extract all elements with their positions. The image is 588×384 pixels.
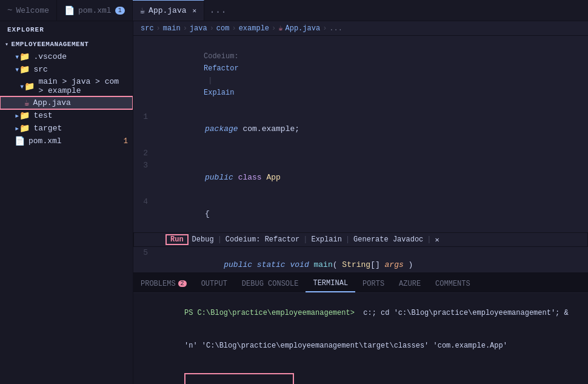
tab-debug-console[interactable]: DEBUG CONSOLE bbox=[235, 275, 306, 292]
tab-bar: ~ Welcome 📄 pom.xml 1 ☕ App.java ✕ ... bbox=[0, 0, 588, 21]
terminal-prompt-1: PS C:\Blog\practice\employeemanagement> bbox=[184, 309, 359, 317]
sidebar-item-main-java-label: main > java > com > example bbox=[38, 77, 128, 95]
tab-welcome-label: Welcome bbox=[16, 6, 49, 15]
breadcrumb-java: java bbox=[190, 24, 207, 33]
breadcrumb-appjava: App.java bbox=[286, 24, 321, 33]
hello-world-output-highlight: Hello World! bbox=[184, 373, 294, 384]
line-num-1: 1 bbox=[133, 111, 158, 123]
tab-app-label: App.java bbox=[149, 6, 186, 15]
terminal-content[interactable]: PS C:\Blog\practice\employeemanagement> … bbox=[133, 293, 588, 384]
welcome-icon: ~ bbox=[7, 5, 12, 15]
tab-output[interactable]: OUTPUT bbox=[194, 275, 235, 292]
sidebar-item-test[interactable]: ▸📁 test bbox=[0, 109, 133, 122]
tab-terminal-label: TERMINAL bbox=[313, 279, 348, 288]
line-content-1: package com.example; bbox=[158, 111, 588, 147]
tab-debug-label: DEBUG CONSOLE bbox=[242, 280, 299, 288]
tab-welcome[interactable]: ~ Welcome bbox=[0, 0, 57, 21]
target-folder-icon: ▸📁 bbox=[15, 123, 30, 133]
tab-azure[interactable]: AZURE bbox=[392, 275, 428, 292]
editor-area: src › main › java › com › example › ☕ Ap… bbox=[133, 21, 588, 384]
terminal-tab-bar: PROBLEMS 2 OUTPUT DEBUG CONSOLE TERMINAL… bbox=[133, 275, 588, 293]
src-folder-icon: ▾📁 bbox=[15, 64, 30, 75]
tab-pom-label: pom.xml bbox=[78, 6, 112, 15]
line-num-3: 3 bbox=[133, 160, 158, 172]
sidebar-item-vscode[interactable]: ▾📁 .vscode bbox=[0, 50, 133, 63]
codeium-popup: Codeium: Refactor | Explain bbox=[158, 38, 588, 111]
app-icon: ☕ bbox=[140, 5, 145, 16]
line-num-5: 5 bbox=[133, 247, 158, 259]
code-line-4: 4 { bbox=[133, 196, 588, 232]
terminal-line-1: PS C:\Blog\practice\employeemanagement> … bbox=[141, 297, 581, 329]
terminal-cmd-2: 'n' 'C:\Blog\practice\employeemanagement… bbox=[184, 342, 507, 350]
breadcrumb-src: src bbox=[141, 24, 154, 33]
terminal-panel: PROBLEMS 2 OUTPUT DEBUG CONSOLE TERMINAL… bbox=[133, 275, 588, 384]
tab-pom[interactable]: 📄 pom.xml 1 bbox=[57, 0, 133, 21]
code-line-1: 1 package com.example; bbox=[133, 111, 588, 147]
sidebar-item-src[interactable]: ▾📁 src bbox=[0, 63, 133, 76]
run-bar: Run Debug | Codeium: Refactor | Explain … bbox=[133, 232, 588, 247]
sidebar-title: EXPLORER bbox=[0, 21, 133, 38]
terminal-line-2: 'n' 'C:\Blog\practice\employeemanagement… bbox=[141, 329, 581, 362]
terminal-cmd-1: c:; cd 'c:\Blog\practice\employeemanagem… bbox=[359, 309, 569, 317]
sidebar: EXPLORER ▾ EMPLOYEEMANAGEMENT ▾📁 .vscode… bbox=[0, 21, 133, 384]
tab-azure-label: AZURE bbox=[399, 280, 421, 288]
run-button[interactable]: Run bbox=[165, 234, 189, 245]
breadcrumb-main: main bbox=[163, 24, 181, 33]
line-content-5: public static void main( String[] args ) bbox=[158, 247, 588, 272]
main-area: EXPLORER ▾ EMPLOYEEMANAGEMENT ▾📁 .vscode… bbox=[0, 21, 588, 384]
tab-comments-label: COMMENTS bbox=[435, 280, 470, 288]
pom-icon: 📄 bbox=[64, 5, 75, 16]
line-content-3: public class App bbox=[158, 160, 588, 196]
sidebar-item-pom-label: pom.xml bbox=[28, 136, 62, 146]
breadcrumb: src › main › java › com › example › ☕ Ap… bbox=[133, 21, 588, 36]
tab-close-button[interactable]: ✕ bbox=[193, 7, 197, 15]
folder-icon: ▾📁 bbox=[15, 52, 30, 62]
terminal-line-3: Hello World! bbox=[141, 362, 581, 384]
breadcrumb-com: com bbox=[216, 24, 230, 33]
tab-output-label: OUTPUT bbox=[201, 280, 227, 288]
xml-file-icon: 📄 bbox=[15, 136, 25, 146]
line-num-2: 2 bbox=[133, 147, 158, 160]
sidebar-section: ▾ EMPLOYEEMANAGEMENT bbox=[0, 38, 133, 50]
code-line-3: 3 public class App bbox=[133, 160, 588, 196]
codeium-refactor-link[interactable]: Refactor bbox=[204, 64, 239, 73]
tabs-container: ~ Welcome 📄 pom.xml 1 ☕ App.java ✕ bbox=[0, 0, 204, 21]
sidebar-item-app-java[interactable]: ☕ App.java bbox=[0, 96, 133, 109]
sidebar-item-app-java-label: App.java bbox=[33, 98, 70, 107]
sidebar-item-vscode-label: .vscode bbox=[33, 52, 67, 61]
codeium-label: Codeium: bbox=[204, 52, 243, 61]
sidebar-item-pom[interactable]: 📄 pom.xml 1 bbox=[0, 135, 133, 147]
code-editor[interactable]: Codeium: Refactor | Explain 1 package co… bbox=[133, 36, 588, 272]
main-folder-icon: ▾📁 bbox=[19, 81, 35, 92]
tab-ports[interactable]: PORTS bbox=[355, 275, 392, 292]
codeium-popup-line: Codeium: Refactor | Explain bbox=[133, 38, 588, 111]
chevron-down-icon: ▾ bbox=[5, 41, 9, 48]
problems-badge: 2 bbox=[178, 280, 187, 287]
tab-comments[interactable]: COMMENTS bbox=[428, 275, 478, 292]
sidebar-item-test-label: test bbox=[33, 111, 52, 120]
breadcrumb-example: example bbox=[239, 24, 269, 33]
test-folder-icon: ▸📁 bbox=[15, 110, 30, 121]
tab-ports-label: PORTS bbox=[362, 280, 384, 288]
code-line-2: 2 bbox=[133, 147, 588, 160]
sidebar-item-main-java[interactable]: ▾📁 main > java > com > example bbox=[0, 76, 133, 96]
tab-app[interactable]: ☕ App.java ✕ bbox=[133, 0, 204, 21]
tab-problems[interactable]: PROBLEMS 2 bbox=[133, 275, 194, 292]
sidebar-item-src-label: src bbox=[33, 65, 47, 74]
sidebar-item-target-label: target bbox=[33, 124, 62, 133]
breadcrumb-ellipsis: ... bbox=[329, 24, 342, 33]
more-tabs-button[interactable]: ... bbox=[204, 0, 232, 21]
codeium-explain-link[interactable]: Explain bbox=[204, 89, 234, 97]
line-content-4: { bbox=[158, 196, 588, 232]
breadcrumb-java-icon: ☕ bbox=[278, 24, 282, 33]
pom-sidebar-badge: 1 bbox=[124, 137, 128, 146]
code-line-5: 5 public static void main( String[] args… bbox=[133, 247, 588, 272]
tab-terminal[interactable]: TERMINAL bbox=[306, 275, 355, 292]
pom-badge: 1 bbox=[115, 7, 125, 15]
sidebar-item-target[interactable]: ▸📁 target bbox=[0, 122, 133, 135]
tab-problems-label: PROBLEMS bbox=[141, 280, 176, 288]
java-file-icon: ☕ bbox=[24, 98, 29, 108]
line-num-4: 4 bbox=[133, 196, 158, 208]
